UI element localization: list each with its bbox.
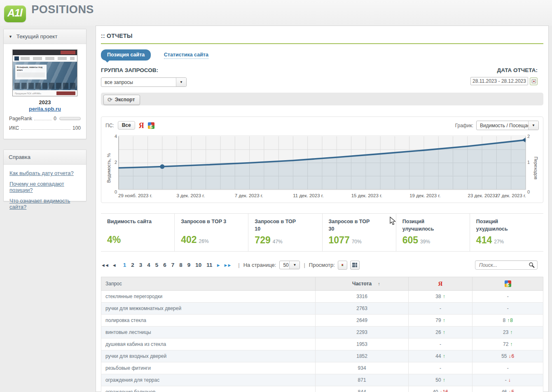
table-row[interactable]: душевая кабина из стекла1953-72↑	[101, 338, 543, 350]
google-position-cell: 55↓6	[472, 350, 543, 362]
position-value: 8	[503, 317, 505, 323]
last-page-button[interactable]: ►►	[224, 263, 231, 268]
y-ticks-left: 4 2 0	[112, 135, 118, 201]
up-arrow-icon: ↑	[443, 317, 445, 323]
collapse-triangle-icon: ▼	[9, 35, 12, 39]
table-row[interactable]: винтовые лестницы229326↑23↑	[101, 327, 543, 338]
export-label: Экспорт	[115, 97, 135, 103]
frequency-cell: 3316	[316, 291, 408, 303]
table-row[interactable]: ограждения для террас87150↑-↓	[101, 374, 543, 386]
report-date-input[interactable]	[470, 77, 528, 85]
queries-table: Запрос Частота ↑ Я g стеклянные перегоро…	[101, 277, 543, 392]
export-button[interactable]: ⟳ Экспорт	[103, 95, 140, 105]
page-number[interactable]: 7	[171, 262, 175, 268]
next-page-button[interactable]: ►	[216, 263, 220, 268]
col-header-query[interactable]: Запрос	[101, 277, 316, 291]
app-header: A1l POSITIONS	[0, 0, 552, 26]
frequency-cell: 1852	[316, 350, 408, 362]
stat-label: Запросов в TOP 3	[181, 218, 227, 232]
help-link[interactable]: Что означает видимость сайта?	[9, 198, 80, 210]
table-row[interactable]: резьбовые фитинги934--	[101, 362, 543, 374]
position-value: 46	[501, 389, 507, 392]
page-number[interactable]: 10	[195, 262, 201, 268]
col-header-frequency[interactable]: Частота ↑	[316, 277, 408, 291]
ps-label: ПС:	[105, 123, 114, 128]
up-arrow-icon: ↑	[507, 317, 510, 323]
project-thumbnail[interactable]: Козырьки, навесы под ключ Продукция ПСК …	[12, 49, 77, 96]
chart-panel: ПС: Все Я g График: Видимость / Посещаем…	[101, 117, 543, 203]
tab-site-statistics[interactable]: Статистика сайта	[164, 52, 208, 59]
graph-select[interactable]: Видимость / Посещаемость ▼	[476, 121, 539, 130]
table-row[interactable]: полировка стекла264979↑8↑8	[101, 315, 543, 327]
table-row[interactable]: ручки для межкомнатных дверей2763--	[101, 303, 543, 315]
positions-view-button[interactable]: ▲ ▼	[338, 261, 347, 270]
google-position-cell: -	[472, 303, 543, 315]
position-value: 26	[435, 329, 441, 335]
prev-page-button[interactable]: ◄	[112, 263, 116, 268]
page-number[interactable]: 2	[131, 262, 134, 268]
pagination-bar: ◄◄ ◄ 1234567891011 ► ►► | На странице: 5…	[101, 260, 543, 270]
page-number[interactable]: 4	[147, 262, 150, 268]
export-toolbar: ⟳ Экспорт	[101, 93, 543, 105]
logo-badge: A1l	[4, 5, 26, 22]
pagerank-value: 0	[54, 116, 56, 121]
thumb-footer: Продукция ПСК «ИРИМ»	[13, 90, 77, 96]
help-title: Справка	[9, 154, 30, 160]
page-number[interactable]: 11	[206, 262, 212, 268]
page-number[interactable]: 1	[123, 262, 126, 268]
position-value: 55	[501, 353, 507, 359]
stat-label: Видимость сайта	[107, 218, 153, 232]
x-tick-label: 7 дек. 2023 г.	[235, 193, 263, 198]
x-tick-label: 15 дек. 2023 г.	[351, 193, 382, 198]
position-value: 40	[433, 389, 438, 392]
google-position-cell: 72↑	[472, 338, 543, 350]
graph-label: График:	[455, 123, 473, 128]
grid-view-button[interactable]	[350, 261, 360, 270]
search-icon[interactable]	[529, 262, 535, 268]
table-row[interactable]: ограждения балконов84440↓1646↓5	[101, 386, 543, 392]
query-cell: стеклянные перегородки	[101, 291, 316, 303]
col-header-google[interactable]: g	[472, 277, 543, 291]
google-icon[interactable]: g	[148, 122, 154, 129]
page-number[interactable]: 5	[155, 262, 159, 268]
yandex-icon[interactable]: Я	[139, 122, 144, 129]
query-cell: душевая кабина из стекла	[101, 338, 316, 350]
query-cell: резьбовые фитинги	[101, 362, 316, 374]
thumb-headline: Козырьки, навесы под ключ	[17, 66, 45, 72]
page-number[interactable]: 3	[139, 262, 143, 268]
col-header-yandex[interactable]: Я	[408, 277, 472, 291]
per-page-select[interactable]: 50 ▼	[279, 261, 300, 269]
position-value: 44	[435, 353, 441, 359]
google-position-cell: 46↓5	[472, 386, 543, 392]
help-link[interactable]: Почему не совпадают позиции?	[9, 181, 80, 193]
x-tick-label: 23 дек. 2023 г.	[468, 193, 499, 198]
chevron-down-icon: ▼	[528, 121, 538, 130]
report-date-label: ДАТА ОТЧЕТА:	[470, 67, 538, 73]
table-row[interactable]: стеклянные перегородки331638↑-	[101, 291, 543, 303]
stat-percent: 27%	[494, 239, 504, 245]
page-number[interactable]: 9	[187, 262, 191, 268]
ps-all-button[interactable]: Все	[118, 121, 135, 130]
calendar-button[interactable]	[530, 77, 538, 85]
help-box: Справка Как выбрать дату отчета?Почему н…	[3, 149, 87, 201]
current-project-header[interactable]: ▼ Текущий проект	[4, 29, 86, 44]
x-axis-labels: 29 нояб. 2023 г.3 дек. 2023 г.7 дек. 202…	[118, 190, 526, 201]
yandex-position-cell: 40↓16	[408, 386, 472, 392]
query-cell: винтовые лестницы	[101, 327, 316, 338]
group-select[interactable]: все запросы ▼	[101, 77, 187, 87]
page-title: :: ОТЧЕТЫ	[101, 33, 543, 39]
up-arrow-icon: ↑	[510, 329, 512, 335]
position-value: -	[507, 294, 509, 299]
stat-card: Видимость сайта4%	[101, 214, 175, 251]
view-label: Просмотр:	[309, 262, 335, 268]
sort-asc-icon: ↑	[378, 281, 380, 286]
page-number[interactable]: 6	[163, 262, 166, 268]
tab-site-position[interactable]: Позиция сайта	[101, 49, 151, 61]
yandex-position-cell: 50↑	[408, 374, 472, 386]
first-page-button[interactable]: ◄◄	[101, 263, 108, 268]
query-cell: ограждения балконов	[101, 386, 316, 392]
table-row[interactable]: ручки для входных дверей185244↑55↓6	[101, 350, 543, 362]
project-domain-link[interactable]: perila.spb.ru	[4, 106, 86, 112]
help-link[interactable]: Как выбрать дату отчета?	[9, 170, 80, 176]
page-number[interactable]: 8	[179, 262, 182, 268]
